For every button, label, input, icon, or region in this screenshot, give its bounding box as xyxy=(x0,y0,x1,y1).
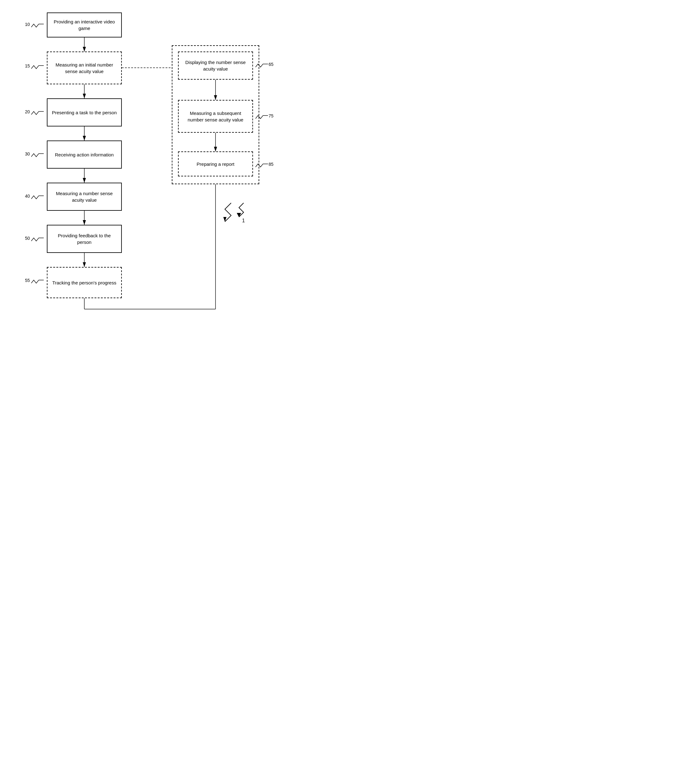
ref-label-40: 40 xyxy=(31,194,47,201)
box-50: Providing feedback to the person xyxy=(47,225,122,253)
box-30: Receiving action information xyxy=(47,140,122,169)
zigzag-40 xyxy=(31,194,47,201)
box-55: Tracking the person's progress xyxy=(47,267,122,298)
ref-label-65: 65 xyxy=(255,63,271,70)
box-85: Preparing a report xyxy=(178,152,253,176)
svg-marker-13 xyxy=(83,94,86,98)
box-10: Providing an interactive video game xyxy=(47,13,122,38)
box-65: Displaying the number sense acuity value xyxy=(178,51,253,80)
svg-marker-15 xyxy=(83,178,86,183)
figure-label-area: 1 xyxy=(225,200,250,226)
ref-label-20: 20 xyxy=(31,110,47,117)
ref-label-85: 85 xyxy=(255,162,271,170)
zigzag-15 xyxy=(31,64,47,70)
diagram-container: Providing an interactive video game Meas… xyxy=(13,9,269,315)
zigzag-30 xyxy=(31,152,47,158)
ref-label-15: 15 xyxy=(31,64,47,71)
zigzag-20 xyxy=(31,110,47,116)
svg-marker-12 xyxy=(83,47,86,51)
ref-label-50: 50 xyxy=(31,236,47,244)
figure-arrow-svg xyxy=(225,200,250,225)
ref-label-55: 55 xyxy=(31,278,47,286)
zigzag-50 xyxy=(31,236,47,242)
zigzag-10 xyxy=(31,23,47,29)
svg-marker-14 xyxy=(83,136,86,140)
ref-label-30: 30 xyxy=(31,152,47,159)
ref-label-10: 10 xyxy=(31,23,47,30)
svg-marker-31 xyxy=(237,213,241,217)
box-15: Measuring an initial number sense acuity… xyxy=(47,51,122,84)
box-40: Measuring a number sense acuity value xyxy=(47,183,122,211)
svg-marker-16 xyxy=(83,220,86,225)
box-20: Presenting a task to the person xyxy=(47,98,122,127)
ref-label-75: 75 xyxy=(255,114,271,121)
zigzag-55 xyxy=(31,278,47,285)
svg-marker-17 xyxy=(83,262,86,267)
box-75: Measuring a subsequent number sense acui… xyxy=(178,100,253,133)
